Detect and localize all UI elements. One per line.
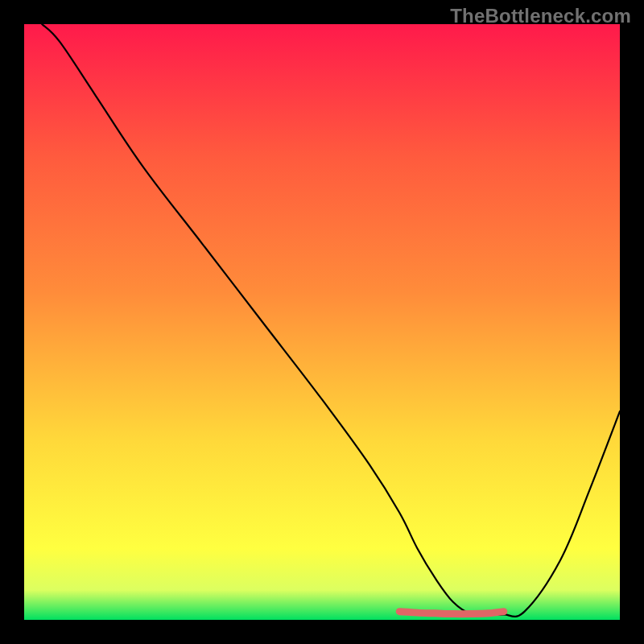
bottleneck-chart — [24, 24, 620, 620]
highlight-band — [399, 612, 504, 614]
gradient-background — [24, 24, 620, 620]
chart-frame: TheBottleneck.com — [0, 0, 644, 644]
chart-area — [24, 24, 620, 620]
